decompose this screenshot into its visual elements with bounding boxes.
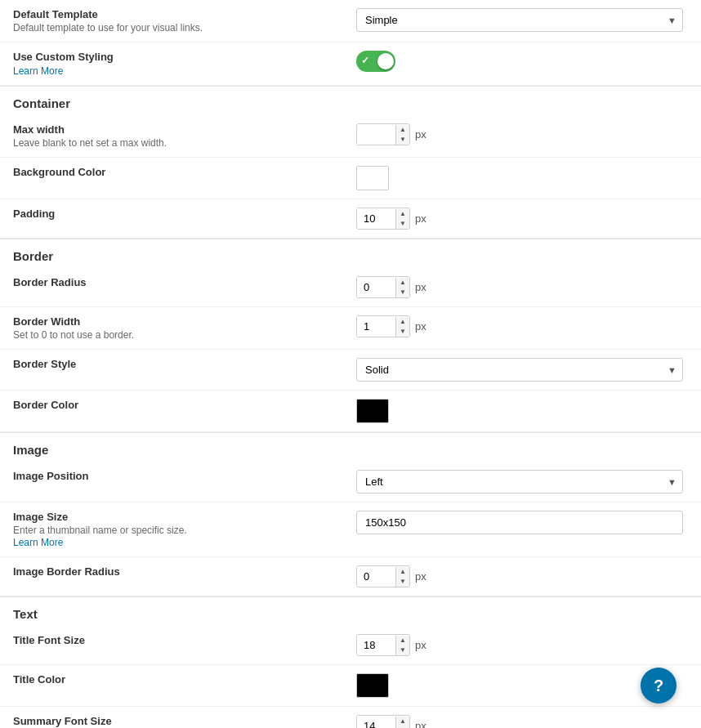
border-style-label-col: Border Style xyxy=(13,358,356,372)
max-width-spin-down[interactable]: ▼ xyxy=(396,135,409,145)
default-template-desc: Default template to use for your visual … xyxy=(13,22,340,33)
summary-font-size-label: Summary Font Size xyxy=(13,715,340,727)
summary-font-size-input[interactable] xyxy=(357,716,394,728)
max-width-input-box[interactable]: ▲ ▼ xyxy=(356,123,410,145)
padding-spin-up[interactable]: ▲ xyxy=(396,209,409,219)
image-section-header: Image xyxy=(0,433,701,462)
max-width-label: Max width xyxy=(13,123,340,136)
border-width-control: ▲ ▼ px xyxy=(356,315,688,337)
background-color-swatch[interactable] xyxy=(356,166,389,190)
image-position-row: Image Position Left Right Top Bottom ▼ xyxy=(0,462,701,502)
border-radius-input-box[interactable]: ▲ ▼ xyxy=(356,276,410,298)
title-color-control xyxy=(356,673,688,698)
image-position-select[interactable]: Left Right Top Bottom xyxy=(356,470,683,494)
container-section-header: Container xyxy=(0,87,701,115)
padding-label-col: Padding xyxy=(13,208,356,221)
toggle-thumb xyxy=(377,53,394,69)
border-width-input[interactable] xyxy=(357,316,394,337)
use-custom-styling-control: ✓ xyxy=(356,51,688,72)
help-button[interactable]: ? xyxy=(641,668,676,703)
border-style-select-wrapper[interactable]: Solid Dashed Dotted Double None ▼ xyxy=(356,358,683,382)
border-width-desc: Set to 0 to not use a border. xyxy=(13,329,340,341)
border-width-spin-down[interactable]: ▼ xyxy=(396,327,409,337)
background-color-label: Background Color xyxy=(13,166,340,178)
border-width-spin-btns[interactable]: ▲ ▼ xyxy=(395,317,409,337)
title-font-size-spin-btns[interactable]: ▲ ▼ xyxy=(395,636,409,655)
image-size-learn-more[interactable]: Learn More xyxy=(13,537,63,548)
title-font-size-input-box[interactable]: ▲ ▼ xyxy=(356,634,410,656)
image-size-desc: Enter a thumbnail name or specific size. xyxy=(13,525,340,536)
max-width-row: Max width Leave blank to net set a max w… xyxy=(0,115,701,158)
border-width-unit: px xyxy=(415,320,426,333)
border-style-control: Solid Dashed Dotted Double None ▼ xyxy=(356,358,688,382)
summary-font-size-unit: px xyxy=(415,720,426,728)
image-position-label-col: Image Position xyxy=(13,470,356,484)
padding-row: Padding ▲ ▼ px xyxy=(0,199,701,239)
toggle-track: ✓ xyxy=(356,51,395,72)
border-width-spin-up[interactable]: ▲ xyxy=(396,317,409,327)
default-template-label: Default Template xyxy=(13,8,340,20)
border-radius-control: ▲ ▼ px xyxy=(356,276,688,298)
border-radius-spin-down[interactable]: ▼ xyxy=(396,288,409,297)
max-width-spin-btns[interactable]: ▲ ▼ xyxy=(395,125,409,145)
text-section-header: Text xyxy=(0,597,701,626)
image-position-label: Image Position xyxy=(13,470,340,482)
padding-unit: px xyxy=(415,212,426,225)
title-color-row: Title Color xyxy=(0,665,701,707)
image-border-radius-spin-down[interactable]: ▼ xyxy=(396,577,409,587)
max-width-desc: Leave blank to net set a max width. xyxy=(13,137,340,149)
summary-font-size-row: Summary Font Size ▲ ▼ px xyxy=(0,707,701,728)
background-color-row: Background Color xyxy=(0,158,701,199)
border-color-row: Border Color xyxy=(0,391,701,432)
border-radius-label-col: Border Radius xyxy=(13,276,356,290)
padding-control: ▲ ▼ px xyxy=(356,208,688,230)
image-size-label-col: Image Size Enter a thumbnail name or spe… xyxy=(13,511,356,548)
max-width-unit: px xyxy=(415,128,426,141)
border-radius-spin-btns[interactable]: ▲ ▼ xyxy=(395,278,409,297)
title-color-swatch[interactable] xyxy=(356,673,389,698)
summary-font-size-label-col: Summary Font Size xyxy=(13,715,356,728)
padding-input[interactable] xyxy=(357,208,394,229)
image-border-radius-spin-up[interactable]: ▲ xyxy=(396,567,409,577)
title-font-size-row: Title Font Size ▲ ▼ px xyxy=(0,626,701,665)
title-font-size-unit: px xyxy=(415,639,426,651)
border-radius-input[interactable] xyxy=(357,277,394,297)
max-width-spin-up[interactable]: ▲ xyxy=(396,125,409,135)
padding-spin-down[interactable]: ▼ xyxy=(396,219,409,229)
image-border-radius-input-box[interactable]: ▲ ▼ xyxy=(356,565,410,587)
image-size-input[interactable] xyxy=(356,511,683,534)
image-border-radius-row: Image Border Radius ▲ ▼ px xyxy=(0,557,701,596)
summary-font-size-input-box[interactable]: ▲ ▼ xyxy=(356,715,410,728)
default-template-select[interactable]: Simple Card Large xyxy=(356,8,683,32)
border-style-row: Border Style Solid Dashed Dotted Double … xyxy=(0,350,701,391)
use-custom-styling-learn-more[interactable]: Learn More xyxy=(13,65,63,77)
title-font-size-label: Title Font Size xyxy=(13,634,340,646)
image-border-radius-input[interactable] xyxy=(357,566,394,587)
use-custom-styling-label-col: Use Custom Styling Learn More xyxy=(13,51,356,77)
summary-font-size-spin-btns[interactable]: ▲ ▼ xyxy=(395,717,409,729)
border-color-label: Border Color xyxy=(13,399,340,411)
max-width-input[interactable] xyxy=(357,124,394,145)
title-font-size-spin-up[interactable]: ▲ xyxy=(396,636,409,645)
default-template-label-col: Default Template Default template to use… xyxy=(13,8,356,33)
title-font-size-input[interactable] xyxy=(357,635,394,655)
border-color-swatch[interactable] xyxy=(356,399,389,423)
title-font-size-label-col: Title Font Size xyxy=(13,634,356,648)
summary-font-size-spin-up[interactable]: ▲ xyxy=(396,717,409,726)
use-custom-styling-toggle[interactable]: ✓ xyxy=(356,51,395,72)
padding-input-box[interactable]: ▲ ▼ xyxy=(356,208,410,230)
border-radius-spin-up[interactable]: ▲ xyxy=(396,278,409,288)
image-border-radius-spin-btns[interactable]: ▲ ▼ xyxy=(395,567,409,587)
title-color-label: Title Color xyxy=(13,673,340,686)
default-template-select-wrapper[interactable]: Simple Card Large ▼ xyxy=(356,8,683,32)
border-radius-row: Border Radius ▲ ▼ px xyxy=(0,268,701,307)
padding-label: Padding xyxy=(13,208,340,220)
border-width-input-box[interactable]: ▲ ▼ xyxy=(356,315,410,337)
border-style-select[interactable]: Solid Dashed Dotted Double None xyxy=(356,358,683,382)
image-border-radius-control: ▲ ▼ px xyxy=(356,565,688,587)
title-font-size-spin-down[interactable]: ▼ xyxy=(396,645,409,655)
padding-spin-btns[interactable]: ▲ ▼ xyxy=(395,209,409,229)
image-position-select-wrapper[interactable]: Left Right Top Bottom ▼ xyxy=(356,470,683,494)
image-border-radius-label: Image Border Radius xyxy=(13,565,340,578)
title-font-size-control: ▲ ▼ px xyxy=(356,634,688,656)
